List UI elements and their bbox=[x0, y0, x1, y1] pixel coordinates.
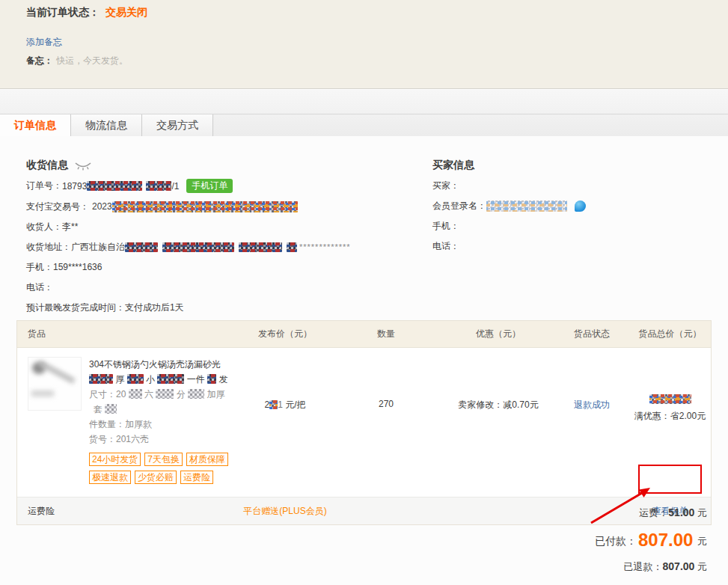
buyer-mobile-row: 手机： bbox=[432, 219, 702, 233]
product-pieces-line: 件数量：加厚款 bbox=[89, 417, 239, 432]
goods-table-row: 304不锈钢汤勺火锅汤壳汤漏砂光 厚 小 一件 发 尺寸：20 bbox=[17, 348, 711, 497]
shipping-fee-row: 运费：51.00 元 bbox=[595, 506, 707, 520]
alipay-number-row: 支付宝交易号： 2023 bbox=[26, 200, 415, 213]
receiver-value: 李** bbox=[62, 221, 78, 233]
censored-title-text bbox=[89, 374, 113, 384]
spec-fragment: 加厚 bbox=[207, 389, 224, 399]
order-number-prefix: 18793 bbox=[62, 181, 87, 192]
product-title-line1: 304不锈钢汤勺火锅汤壳汤漏砂光 bbox=[89, 359, 221, 370]
pieces-label: 件数量： bbox=[89, 419, 125, 429]
paid-amount-unit: 元 bbox=[697, 536, 707, 547]
paid-amount-label: 已付款： bbox=[595, 535, 637, 547]
order-totals: 运费：51.00 元 已付款：807.00 元 已退款：807.00 元 bbox=[595, 506, 707, 584]
product-image[interactable] bbox=[28, 357, 82, 411]
header-goods-status: 货品状态 bbox=[554, 328, 629, 340]
censored-spec-text bbox=[105, 404, 117, 414]
censored-price bbox=[269, 400, 278, 409]
tab-order-info[interactable]: 订单信息 bbox=[0, 114, 71, 137]
censored-spec-text bbox=[129, 389, 142, 399]
censored-spec-text bbox=[156, 389, 174, 399]
wangwang-icon[interactable] bbox=[575, 200, 586, 212]
tab-trade-method[interactable]: 交易方式 bbox=[142, 114, 213, 137]
price-unit: 元/把 bbox=[285, 399, 305, 410]
goods-status-cell: 退款成功 bbox=[554, 348, 629, 411]
pieces-value: 加厚款 bbox=[125, 419, 152, 429]
header-discount: 优惠（元） bbox=[442, 328, 554, 340]
censored-address bbox=[162, 242, 234, 252]
tab-logistics-info[interactable]: 物流信息 bbox=[71, 114, 142, 137]
blurred-image-content bbox=[31, 390, 54, 396]
mobile-row: 手机： 159****1636 bbox=[26, 260, 415, 274]
product-sku-line: 货号：201六壳 bbox=[89, 432, 239, 447]
shipping-fee-value: 51.00 bbox=[668, 506, 694, 518]
header-goods: 货品 bbox=[17, 328, 240, 340]
product-title-fragment: 厚 bbox=[115, 374, 124, 385]
censored-address bbox=[239, 242, 282, 252]
buyer-info-section: 买家信息 买家： 会员登录名： 手机： 电话： bbox=[432, 159, 702, 253]
censored-address bbox=[287, 242, 297, 252]
member-login-row: 会员登录名： bbox=[432, 199, 702, 212]
receiver-label: 收货人： bbox=[26, 221, 62, 233]
refund-amount-value: 807.00 bbox=[663, 560, 695, 572]
censored-address bbox=[125, 242, 158, 252]
mobile-value: 159****1636 bbox=[53, 262, 102, 272]
shipping-fee-label: 运费： bbox=[639, 507, 668, 518]
address-prefix: 广西壮族自治 bbox=[71, 241, 125, 254]
buyer-label: 买家： bbox=[432, 180, 459, 192]
receiver-row: 收货人： 李** bbox=[26, 220, 415, 233]
service-tag: 少货必赔 bbox=[135, 471, 177, 484]
buyer-mobile-label: 手机： bbox=[432, 220, 459, 233]
refund-amount-unit: 元 bbox=[697, 561, 707, 572]
add-memo-link[interactable]: 添加备忘 bbox=[26, 36, 62, 49]
product-spec-line: 尺寸：20 六 分 加厚 套 bbox=[89, 387, 239, 417]
alipay-number-label: 支付宝交易号： bbox=[26, 200, 89, 213]
eta-value: 支付成功后1天 bbox=[125, 301, 184, 314]
header-goods-total: 货品总价（元） bbox=[629, 328, 711, 340]
eta-row: 预计最晚发货完成时间： 支付成功后1天 bbox=[26, 301, 415, 314]
refund-amount-row: 已退款：807.00 元 bbox=[595, 560, 707, 574]
eta-label: 预计最晚发货完成时间： bbox=[26, 301, 125, 314]
mobile-order-badge: 手机订单 bbox=[186, 179, 233, 193]
censored-order-number bbox=[146, 181, 171, 191]
closed-eye-icon[interactable] bbox=[74, 161, 92, 171]
shipping-info-title: 收货信息 bbox=[26, 159, 68, 172]
memo-label: 备忘： bbox=[26, 55, 53, 66]
mobile-label: 手机： bbox=[26, 261, 53, 274]
price-tail: 1 bbox=[278, 399, 283, 410]
member-login-label: 会员登录名： bbox=[432, 200, 486, 212]
order-number-row: 订单号： 18793 /1 手机订单 bbox=[26, 179, 415, 193]
product-info: 304不锈钢汤勺火锅汤壳汤漏砂光 厚 小 一件 发 尺寸：20 bbox=[89, 357, 239, 488]
product-title-fragment: 一件 bbox=[187, 374, 205, 385]
telephone-row: 电话： bbox=[26, 281, 415, 294]
shipping-fee-unit: 元 bbox=[697, 507, 707, 518]
service-tag: 材质保障 bbox=[186, 453, 228, 466]
shipping-info-section: 收货信息 订单号： 18793 /1 手机订单 支付宝交易号： 2023 bbox=[26, 159, 415, 314]
service-tag: 极速退款 bbox=[89, 471, 131, 484]
header-publish-price: 发布价（元） bbox=[240, 328, 330, 340]
censored-title-text bbox=[157, 374, 184, 384]
censored-member-login bbox=[486, 200, 567, 212]
product-title[interactable]: 304不锈钢汤勺火锅汤壳汤漏砂光 厚 小 一件 发 bbox=[89, 357, 239, 387]
spec-fragment: 20 bbox=[116, 389, 126, 399]
censored-total-price bbox=[649, 394, 691, 404]
order-status-label: 当前订单状态： bbox=[26, 6, 100, 18]
alipay-number-prefix: 2023 bbox=[92, 201, 112, 212]
quantity-cell: 270 bbox=[330, 348, 442, 409]
spec-fragment: 六 bbox=[144, 389, 153, 399]
order-detail-page: 当前订单状态：交易关闭 添加备忘 备忘：快运，今天发货。 订单信息 物流信息 交… bbox=[0, 0, 728, 585]
refund-amount-label: 已退款： bbox=[624, 561, 663, 572]
sku-label: 货号： bbox=[89, 434, 116, 444]
product-title-fragment: 发 bbox=[218, 374, 227, 385]
paid-amount-row: 已付款：807.00 元 bbox=[595, 530, 707, 551]
buyer-telephone-row: 电话： bbox=[432, 239, 702, 253]
order-number-label: 订单号： bbox=[26, 180, 62, 192]
address-row: 收货地址： 广西壮族自治 ************* bbox=[26, 240, 415, 254]
censored-alipay-number bbox=[112, 201, 298, 212]
publish-price-cell: 21 元/把 bbox=[240, 348, 330, 411]
order-number-suffix: /1 bbox=[171, 181, 179, 192]
discount-cell: 卖家修改：减0.70元 bbox=[442, 348, 554, 411]
refund-status-link[interactable]: 退款成功 bbox=[574, 399, 610, 410]
censored-order-number bbox=[87, 181, 142, 191]
service-tag: 运费险 bbox=[180, 471, 213, 484]
shipping-info-title-row: 收货信息 bbox=[26, 159, 415, 172]
